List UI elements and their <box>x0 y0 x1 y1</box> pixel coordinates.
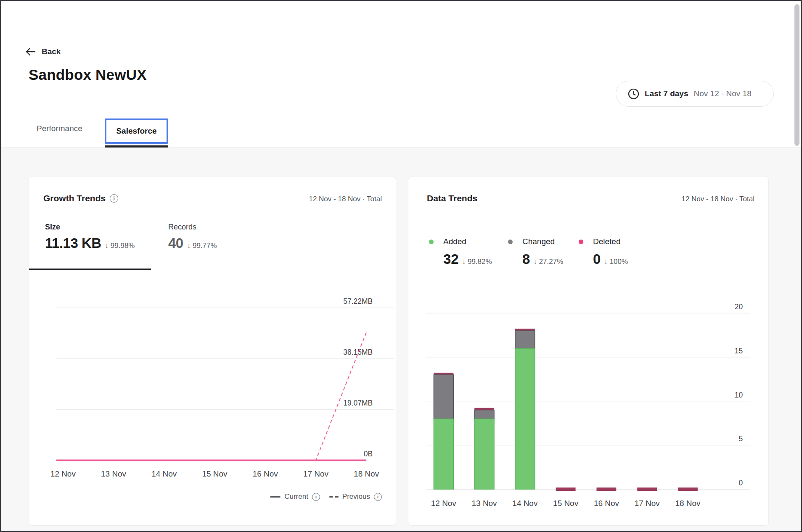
data-trends-chart: 2015105012 Nov13 Nov14 Nov15 Nov16 Nov17… <box>408 176 768 525</box>
tab-salesforce[interactable]: Salesforce <box>105 119 168 144</box>
back-label: Back <box>42 47 61 56</box>
data-trends-card: Data Trends 12 Nov - 18 Nov · Total Adde… <box>408 176 769 526</box>
date-range-value: Nov 12 - Nov 18 <box>694 89 752 98</box>
svg-text:15 Nov: 15 Nov <box>553 499 579 508</box>
svg-text:38.15MB: 38.15MB <box>343 348 373 356</box>
line-chart-legend: Current i Previous i <box>270 492 382 501</box>
arrow-left-icon <box>25 47 36 56</box>
svg-text:57.22MB: 57.22MB <box>343 297 373 306</box>
svg-text:12 Nov: 12 Nov <box>50 469 76 478</box>
svg-text:16 Nov: 16 Nov <box>594 499 619 508</box>
svg-text:17 Nov: 17 Nov <box>303 469 329 478</box>
tab-active-underline <box>105 145 168 147</box>
page-title: Sandbox NewUX <box>29 66 147 83</box>
info-icon[interactable]: i <box>312 493 320 501</box>
clock-icon <box>628 88 639 100</box>
growth-trends-card: Growth Trends i 12 Nov - 18 Nov · Total … <box>29 176 396 526</box>
svg-text:13 Nov: 13 Nov <box>472 499 498 508</box>
solid-line-swatch <box>270 496 281 498</box>
page-header: Back Sandbox NewUX Last 7 days Nov 12 - … <box>1 1 801 148</box>
svg-text:0B: 0B <box>364 450 373 458</box>
svg-text:5: 5 <box>738 435 743 443</box>
back-button[interactable]: Back <box>25 47 61 56</box>
svg-text:12 Nov: 12 Nov <box>431 499 457 508</box>
svg-text:18 Nov: 18 Nov <box>354 469 379 478</box>
svg-text:13 Nov: 13 Nov <box>101 469 127 478</box>
svg-text:15: 15 <box>735 347 743 355</box>
content-area: Growth Trends i 12 Nov - 18 Nov · Total … <box>1 148 801 532</box>
svg-text:14 Nov: 14 Nov <box>151 469 177 478</box>
svg-text:0: 0 <box>738 479 743 487</box>
app-window: 74c7f6a1-be75-4aff-9186-a3ac691aafbd / <… <box>0 0 802 532</box>
dashed-line-swatch <box>329 496 339 498</box>
legend-current: Current i <box>270 492 320 501</box>
svg-text:10: 10 <box>735 391 743 399</box>
svg-text:14 Nov: 14 Nov <box>512 499 538 508</box>
svg-text:17 Nov: 17 Nov <box>635 499 660 508</box>
svg-text:16 Nov: 16 Nov <box>253 469 278 478</box>
svg-text:15 Nov: 15 Nov <box>202 469 228 478</box>
legend-previous: Previous i <box>329 492 382 501</box>
scrollbar-thumb[interactable] <box>794 4 799 146</box>
info-icon[interactable]: i <box>374 493 382 501</box>
growth-trends-chart: 57.22MB38.15MB19.07MB0B12 Nov13 Nov14 No… <box>29 176 396 525</box>
svg-text:20: 20 <box>735 303 743 311</box>
tab-performance[interactable]: Performance <box>37 124 82 133</box>
svg-text:19.07MB: 19.07MB <box>343 399 373 407</box>
svg-text:18 Nov: 18 Nov <box>675 499 701 508</box>
date-range-button[interactable]: Last 7 days Nov 12 - Nov 18 <box>616 81 774 107</box>
date-range-label: Last 7 days <box>645 89 688 98</box>
